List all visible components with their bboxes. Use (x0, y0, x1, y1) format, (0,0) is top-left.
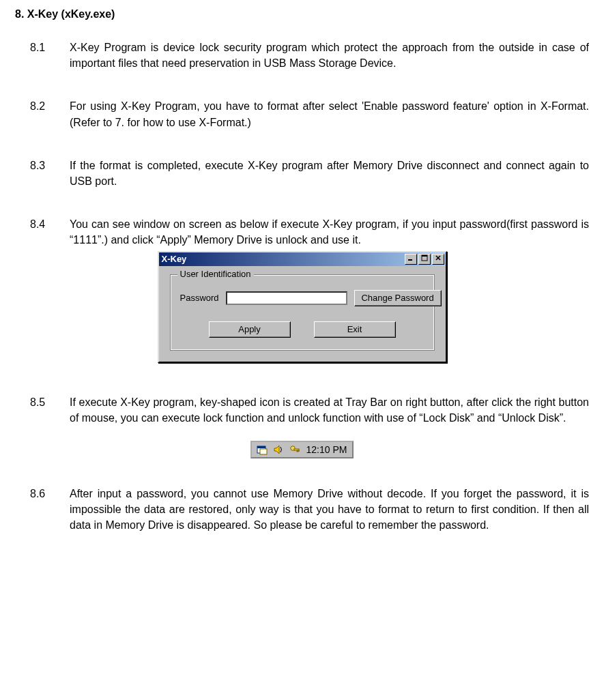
section-8-1: 8.1 X-Key Program is device lock securit… (15, 40, 589, 71)
section-number: 8.5 (15, 394, 70, 426)
svg-rect-0 (408, 259, 412, 261)
section-number: 8.2 (15, 98, 70, 130)
maximize-icon (421, 254, 428, 261)
section-8-4: 8.4 You can see window on screen as belo… (15, 216, 589, 248)
section-text: If the format is completed, execute X-Ke… (70, 158, 589, 189)
tray-clock: 12:10 PM (306, 444, 347, 455)
xkey-dialog: X-Key User Identification Password Chang… (158, 251, 447, 363)
section-text: X-Key Program is device lock security pr… (70, 40, 589, 71)
svg-marker-8 (274, 446, 279, 454)
section-8-2: 8.2 For using X-Key Program, you have to… (15, 98, 589, 130)
svg-point-10 (292, 448, 293, 449)
svg-rect-7 (260, 449, 267, 454)
section-8-3: 8.3 If the format is completed, execute … (15, 158, 589, 189)
svg-rect-13 (298, 450, 299, 451)
section-text: For using X-Key Program, you have to for… (70, 98, 589, 130)
system-tray-icon[interactable] (256, 443, 268, 456)
groupbox-legend: User Identification (177, 269, 254, 279)
window-title: X-Key (162, 254, 403, 264)
apply-button[interactable]: Apply (209, 321, 291, 338)
svg-rect-6 (257, 446, 265, 448)
svg-rect-2 (422, 255, 427, 257)
svg-rect-12 (297, 450, 298, 452)
titlebar: X-Key (159, 252, 446, 266)
system-tray: 12:10 PM (250, 441, 354, 458)
exit-button[interactable]: Exit (314, 321, 396, 338)
close-button[interactable] (432, 254, 444, 265)
minimize-icon (407, 254, 414, 261)
section-number: 8.6 (15, 486, 70, 534)
speaker-icon[interactable] (272, 443, 285, 456)
password-label: Password (180, 293, 219, 303)
password-input[interactable] (226, 291, 347, 305)
change-password-button[interactable]: Change Password (354, 290, 442, 306)
minimize-button[interactable] (405, 254, 417, 265)
user-identification-group: User Identification Password Change Pass… (170, 274, 435, 351)
section-8-6: 8.6 After input a password, you cannot u… (15, 486, 589, 534)
tray-bar-figure: 12:10 PM (15, 441, 589, 458)
section-text: You can see window on screen as below if… (70, 216, 589, 248)
section-text: After input a password, you cannot use M… (70, 486, 589, 534)
section-number: 8.1 (15, 40, 70, 71)
section-text: If execute X-Key program, key-shaped ico… (70, 394, 589, 426)
maximize-button[interactable] (418, 254, 431, 265)
section-number: 8.3 (15, 158, 70, 189)
page-heading: 8. X-Key (xKey.exe) (15, 8, 589, 20)
xkey-dialog-figure: X-Key User Identification Password Chang… (15, 251, 589, 363)
key-icon[interactable] (289, 443, 301, 456)
close-icon (435, 254, 442, 261)
section-number: 8.4 (15, 216, 70, 248)
section-8-5: 8.5 If execute X-Key program, key-shaped… (15, 394, 589, 426)
